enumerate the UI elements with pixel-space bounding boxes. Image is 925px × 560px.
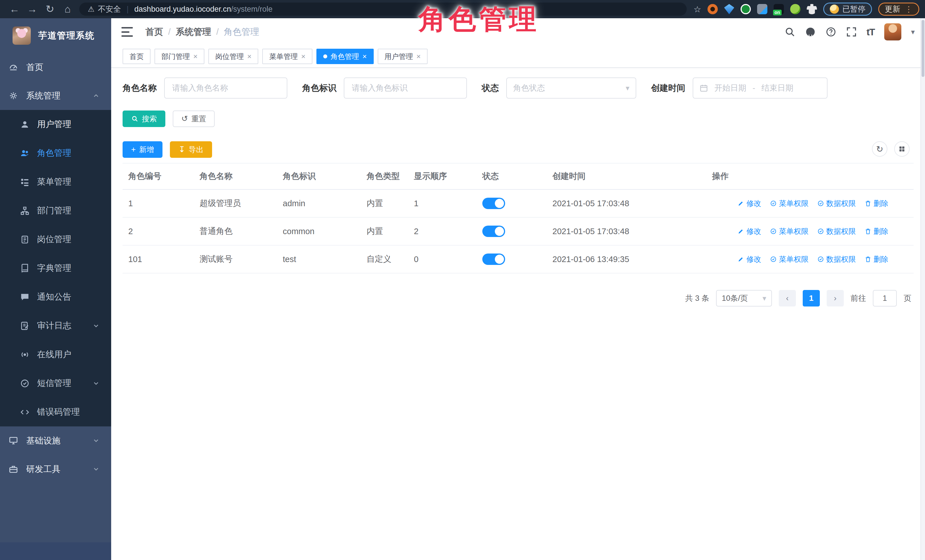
- next-page-button[interactable]: ›: [827, 290, 844, 306]
- role-key-input[interactable]: [344, 78, 467, 99]
- extension-switch-icon[interactable]: on: [774, 4, 784, 14]
- tag-close-icon[interactable]: ×: [247, 52, 252, 61]
- tag-roles-active[interactable]: 角色管理×: [316, 49, 374, 64]
- tag-departments[interactable]: 部门管理×: [155, 49, 204, 64]
- add-button[interactable]: + 新增: [123, 141, 163, 158]
- status-toggle[interactable]: [482, 225, 505, 237]
- address-bar[interactable]: ⚠ 不安全 | dashboard.yudao.iocoder.cn/syste…: [79, 3, 687, 16]
- sidebar-item-notice[interactable]: 通知公告: [0, 282, 111, 311]
- bookmark-star-icon[interactable]: ☆: [693, 4, 701, 14]
- monitor-icon: [9, 436, 18, 446]
- col-actions: 操作: [707, 163, 914, 189]
- sidebar-item-dict[interactable]: 字典管理: [0, 254, 111, 282]
- tag-posts[interactable]: 岗位管理×: [208, 49, 258, 64]
- tag-close-icon[interactable]: ×: [301, 52, 305, 61]
- collapse-menu-icon[interactable]: [121, 27, 133, 37]
- extension-green-icon[interactable]: [741, 4, 751, 14]
- page-1-button[interactable]: 1: [803, 290, 820, 306]
- data-permission-link[interactable]: 数据权限: [817, 198, 856, 209]
- sidebar-item-error-code[interactable]: 错误码管理: [0, 398, 111, 426]
- search-button[interactable]: 搜索: [123, 111, 165, 127]
- export-button[interactable]: ↧ 导出: [170, 141, 212, 158]
- sidebar-item-roles[interactable]: 角色管理: [0, 139, 111, 168]
- data-permission-link[interactable]: 数据权限: [817, 254, 856, 264]
- sidebar-item-audit-log[interactable]: 审计日志: [0, 311, 111, 340]
- extension-grid-icon[interactable]: [757, 4, 767, 14]
- app-logo[interactable]: 芋道管理系统: [0, 18, 111, 53]
- delete-link[interactable]: 删除: [865, 227, 889, 236]
- reset-button[interactable]: ↺ 重置: [173, 111, 215, 127]
- sidebar-item-users[interactable]: 用户管理: [0, 110, 111, 139]
- github-icon[interactable]: [805, 27, 816, 37]
- sidebar-item-label: 部门管理: [37, 205, 71, 216]
- chevron-down-icon: [92, 437, 100, 444]
- tag-users[interactable]: 用户管理×: [378, 49, 428, 64]
- goto-page-input[interactable]: [873, 290, 897, 306]
- delete-link[interactable]: 删除: [865, 254, 889, 264]
- avatar-caret-icon[interactable]: ▾: [911, 28, 915, 36]
- extension-gem-icon[interactable]: [724, 4, 734, 14]
- edit-link[interactable]: 修改: [737, 227, 761, 236]
- menu-permission-link[interactable]: 菜单权限: [770, 254, 809, 264]
- circle-check-icon: [770, 200, 777, 207]
- sidebar-item-system[interactable]: 系统管理: [0, 81, 111, 110]
- status-select[interactable]: 角色状态 ▾: [506, 78, 636, 99]
- browser-menu-icon[interactable]: ⋮: [905, 5, 913, 14]
- update-button[interactable]: 更新 ⋮: [878, 3, 919, 16]
- browser-forward-icon[interactable]: →: [23, 0, 41, 18]
- sidebar-item-sms[interactable]: 短信管理: [0, 369, 111, 398]
- tag-menus[interactable]: 菜单管理×: [262, 49, 312, 64]
- sidebar-item-posts[interactable]: 岗位管理: [0, 225, 111, 254]
- fullscreen-icon[interactable]: [846, 27, 857, 37]
- sidebar-item-menus[interactable]: 菜单管理: [0, 168, 111, 196]
- pencil-icon: [737, 256, 744, 263]
- status-toggle[interactable]: [482, 254, 505, 265]
- sidebar-item-dev-tools[interactable]: 研发工具: [0, 455, 111, 483]
- menu-permission-link[interactable]: 菜单权限: [770, 198, 809, 209]
- role-name-input[interactable]: [164, 78, 287, 99]
- breadcrumb-system[interactable]: 系统管理: [176, 26, 211, 38]
- browser-reload-icon[interactable]: ↻: [41, 0, 59, 18]
- extensions-puzzle-icon[interactable]: [807, 4, 817, 14]
- chevron-down-icon: [92, 465, 100, 473]
- tree-list-icon: [20, 177, 30, 187]
- help-icon[interactable]: [826, 27, 836, 37]
- sidebar-item-home[interactable]: 首页: [0, 53, 111, 81]
- cell-sort: 0: [408, 245, 477, 273]
- data-permission-link[interactable]: 数据权限: [817, 227, 856, 236]
- security-label[interactable]: 不安全: [98, 4, 121, 14]
- font-size-icon[interactable]: tT: [866, 27, 875, 38]
- extension-orange-icon[interactable]: [708, 4, 718, 14]
- edit-link[interactable]: 修改: [737, 198, 761, 209]
- sidebar-item-departments[interactable]: 部门管理: [0, 196, 111, 225]
- tag-home[interactable]: 首页: [123, 49, 151, 64]
- sidebar-item-infrastructure[interactable]: 基础设施: [0, 426, 111, 455]
- menu-permission-link[interactable]: 菜单权限: [770, 227, 809, 236]
- user-avatar[interactable]: [884, 23, 901, 41]
- status-toggle[interactable]: [482, 198, 505, 209]
- security-warning-icon: ⚠: [88, 5, 94, 14]
- search-icon[interactable]: [785, 27, 795, 37]
- tag-close-icon[interactable]: ×: [363, 52, 367, 61]
- breadcrumb-home[interactable]: 首页: [145, 26, 163, 38]
- date-range-picker[interactable]: 开始日期 - 结束日期: [693, 78, 827, 99]
- prev-page-button[interactable]: ‹: [779, 290, 796, 306]
- sidebar-item-online-users[interactable]: 在线用户: [0, 340, 111, 369]
- browser-home-icon[interactable]: ⌂: [59, 0, 76, 18]
- refresh-button[interactable]: ↻: [872, 141, 887, 157]
- sidebar-item-label: 岗位管理: [37, 234, 71, 245]
- edit-link[interactable]: 修改: [737, 254, 761, 264]
- tag-label: 菜单管理: [269, 52, 298, 61]
- extension-android-icon[interactable]: [790, 4, 800, 14]
- delete-link[interactable]: 删除: [865, 198, 889, 209]
- tag-close-icon[interactable]: ×: [416, 52, 421, 61]
- page-size-select[interactable]: 10条/页 ▾: [716, 290, 772, 306]
- scrollbar-thumb[interactable]: [922, 20, 924, 77]
- paused-pill[interactable]: 已暂停: [823, 3, 872, 16]
- column-settings-button[interactable]: [894, 141, 910, 157]
- page-scrollbar[interactable]: [920, 18, 925, 560]
- data-permission-label: 数据权限: [826, 227, 856, 236]
- sidebar-item-label: 菜单管理: [37, 176, 71, 188]
- tag-close-icon[interactable]: ×: [193, 52, 197, 61]
- browser-back-icon[interactable]: ←: [6, 0, 23, 18]
